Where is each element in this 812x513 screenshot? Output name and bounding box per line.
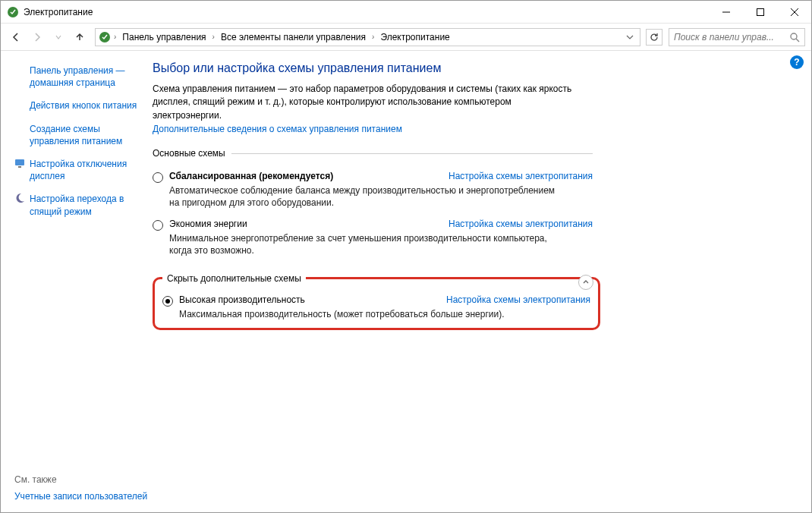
moon-icon [14, 193, 25, 203]
chevron-right-icon: › [114, 33, 116, 41]
svg-line-7 [796, 39, 799, 42]
sidebar-link[interactable]: Создание схемы управления питанием [30, 123, 143, 147]
see-also-header: См. также [14, 474, 151, 485]
sidebar-home[interactable]: Панель управления — домашняя страница [14, 65, 143, 89]
breadcrumb-item[interactable]: Панель управления [119, 32, 209, 42]
main-plans-group: Основные схемы Сбалансированная (рекомен… [153, 148, 593, 256]
content: ? Выбор или настройка схемы управления п… [153, 51, 811, 512]
page-title: Выбор или настройка схемы управления пит… [153, 61, 781, 75]
main-plans-legend: Основные схемы [153, 148, 231, 159]
plan-saver-desc: Минимальное энергопотребление за счет ум… [169, 232, 564, 256]
back-button[interactable] [7, 28, 25, 46]
collapse-button[interactable] [578, 275, 593, 290]
forward-button[interactable] [28, 28, 46, 46]
minimize-button[interactable] [709, 1, 743, 24]
address-bar[interactable]: › Панель управления › Все элементы панел… [95, 28, 640, 46]
page-description: Схема управления питанием — это набор па… [153, 83, 578, 122]
sidebar-home-link[interactable]: Панель управления — домашняя страница [30, 65, 143, 89]
recent-dropdown[interactable] [49, 28, 68, 46]
sidebar-link[interactable]: Действия кнопок питания [30, 99, 137, 112]
plan-balanced-radio[interactable] [153, 172, 163, 183]
nav-row: › Панель управления › Все элементы панел… [1, 24, 811, 51]
svg-rect-2 [757, 8, 763, 15]
breadcrumb-item[interactable]: Электропитание [377, 32, 452, 42]
sidebar-item-sleep[interactable]: Настройка перехода в спящий режим [14, 193, 143, 217]
plan-high-performance: Высокая производительность Настройка схе… [162, 294, 590, 320]
svg-rect-8 [15, 159, 24, 165]
refresh-button[interactable] [646, 29, 663, 46]
body-area: Панель управления — домашняя страница Де… [1, 51, 811, 512]
maximize-button[interactable] [743, 1, 777, 24]
app-icon [7, 6, 19, 18]
svg-point-6 [791, 33, 797, 39]
help-button[interactable]: ? [790, 55, 804, 69]
description-link[interactable]: Дополнительные сведения о схемах управле… [153, 124, 402, 134]
close-button[interactable] [777, 1, 811, 24]
breadcrumb-item[interactable]: Все элементы панели управления [218, 32, 369, 42]
additional-plans-group: Скрыть дополнительные схемы Высокая прои… [153, 273, 600, 330]
titlebar: Электропитание [1, 1, 811, 24]
see-also: См. также Учетные записи пользователей [14, 474, 151, 502]
plan-high-radio[interactable] [162, 296, 173, 307]
plan-balanced-name: Сбалансированная (рекомендуется) [169, 171, 333, 181]
address-dropdown[interactable] [623, 33, 637, 41]
plan-saver-radio[interactable] [153, 220, 163, 231]
sidebar-link[interactable]: Настройка отключения дисплея [30, 158, 143, 182]
plan-saver-name: Экономия энергии [169, 219, 247, 229]
plan-high-desc: Максимальная производительность (может п… [179, 308, 574, 320]
see-also-accounts-link[interactable]: Учетные записи пользователей [14, 491, 147, 502]
search-input[interactable] [674, 32, 789, 42]
chevron-right-icon: › [212, 33, 215, 41]
plan-saver-settings-link[interactable]: Настройка схемы электропитания [448, 219, 593, 229]
plan-balanced-desc: Автоматическое соблюдение баланса между … [169, 184, 564, 209]
monitor-icon [14, 158, 25, 168]
sidebar-link[interactable]: Настройка перехода в спящий режим [30, 193, 143, 217]
up-button[interactable] [71, 28, 89, 46]
sidebar-item-display-off[interactable]: Настройка отключения дисплея [14, 158, 143, 182]
window-title: Электропитание [24, 7, 93, 17]
search-icon [789, 32, 800, 42]
plan-high-settings-link[interactable]: Настройка схемы электропитания [446, 294, 590, 305]
search-box[interactable] [669, 28, 805, 46]
plan-saver: Экономия энергии Настройка схемы электро… [153, 219, 593, 256]
sidebar: Панель управления — домашняя страница Де… [1, 51, 153, 512]
plan-balanced: Сбалансированная (рекомендуется) Настрой… [153, 171, 593, 209]
sidebar-item-power-buttons[interactable]: Действия кнопок питания [14, 99, 143, 112]
chevron-right-icon: › [372, 33, 374, 41]
additional-plans-legend: Скрыть дополнительные схемы [162, 273, 306, 284]
sidebar-item-create-plan[interactable]: Создание схемы управления питанием [14, 123, 143, 147]
svg-rect-9 [18, 166, 21, 168]
plan-balanced-settings-link[interactable]: Настройка схемы электропитания [448, 171, 593, 181]
address-icon [99, 31, 111, 43]
plan-high-name: Высокая производительность [179, 294, 305, 305]
